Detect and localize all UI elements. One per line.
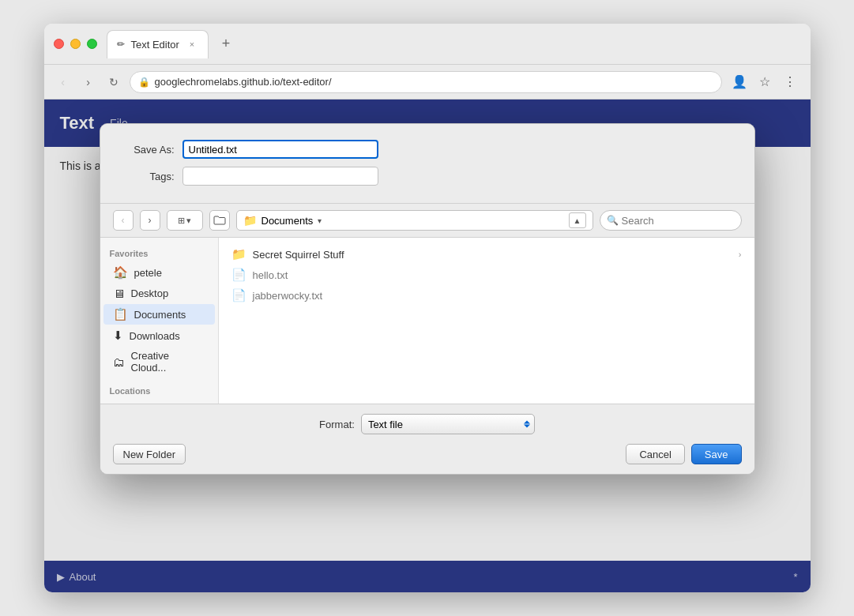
- address-bar: ‹ › ↻ 🔒 googlechromelabs.github.io/text-…: [44, 65, 811, 100]
- location-inner: 📁 Documents ▾: [243, 214, 322, 227]
- file-item-jabberwocky[interactable]: 📄 jabberwocky.txt: [219, 285, 754, 306]
- dialog-toolbar: ‹ › ⊞ ▾ 📁 Documents: [100, 204, 754, 238]
- lock-icon: 🔒: [138, 77, 150, 88]
- creative-cloud-icon: 🗂: [113, 355, 125, 369]
- sidebar-item-label-downloads: Downloads: [130, 330, 180, 342]
- active-tab[interactable]: ✏ Text Editor ×: [107, 30, 209, 58]
- file-name-hello: hello.txt: [253, 269, 288, 281]
- save-button[interactable]: Save: [691, 444, 742, 464]
- view-button[interactable]: ⊞ ▾: [167, 210, 203, 231]
- locations-label: Locations: [100, 383, 218, 399]
- tab-icon: ✏: [117, 39, 125, 50]
- format-label: Format:: [319, 419, 355, 430]
- files-area: 📁 Secret Squirrel Stuff › 📄 hello.txt 📄 …: [219, 238, 754, 404]
- save-as-field: Save As:: [119, 140, 735, 159]
- tags-input[interactable]: [182, 167, 378, 186]
- location-chevron-icon: ▾: [318, 216, 322, 225]
- view-chevron: ▾: [186, 216, 191, 226]
- file-item-hello[interactable]: 📄 hello.txt: [219, 265, 754, 285]
- tab-close-button[interactable]: ×: [186, 38, 198, 51]
- toolbar-back-button[interactable]: ‹: [113, 210, 134, 231]
- sidebar-item-label-petele: petele: [134, 267, 162, 279]
- search-field: 🔍: [600, 210, 742, 231]
- icloud-icon: ☁: [113, 403, 125, 404]
- page-content: Text File This is a n Save As: Tags:: [44, 100, 811, 592]
- file-name-secret-squirrel: Secret Squirrel Stuff: [253, 249, 344, 261]
- location-text: Documents: [261, 215, 314, 227]
- dialog-buttons: New Folder Cancel Save: [113, 444, 742, 464]
- toolbar-new-folder-button[interactable]: [209, 210, 230, 231]
- location-up-button[interactable]: ▲: [569, 212, 586, 228]
- home-icon: 🏠: [113, 265, 128, 280]
- sidebar-item-desktop[interactable]: 🖥 Desktop: [103, 284, 215, 303]
- sidebar-item-creative-cloud[interactable]: 🗂 Creative Cloud...: [103, 347, 215, 377]
- save-dialog: Save As: Tags: ‹ › ⊞ ▾: [100, 123, 755, 475]
- browser-window: ✏ Text Editor × + ‹ › ↻ 🔒 googlechromela…: [44, 24, 811, 592]
- format-select[interactable]: Text file HTML file Markdown: [361, 414, 535, 434]
- traffic-lights: [54, 39, 97, 49]
- new-tab-button[interactable]: +: [215, 33, 237, 55]
- url-bar[interactable]: 🔒 googlechromelabs.github.io/text-editor…: [130, 71, 722, 93]
- downloads-icon: ⬇: [113, 329, 123, 343]
- browser-actions: 👤 ☆ ⋮: [728, 71, 801, 93]
- minimize-window-button[interactable]: [70, 39, 81, 49]
- sidebar-item-documents[interactable]: 📋 Documents: [103, 304, 215, 325]
- cancel-button[interactable]: Cancel: [626, 444, 684, 464]
- dialog-sidebar: Favorites 🏠 petele 🖥 Desktop 📋 Documents: [100, 238, 219, 404]
- star-icon[interactable]: ☆: [754, 71, 776, 93]
- menu-icon[interactable]: ⋮: [779, 71, 801, 93]
- back-button[interactable]: ‹: [54, 73, 73, 92]
- view-icon: ⊞: [178, 216, 185, 226]
- folder-icon-secret: 📁: [231, 247, 246, 261]
- close-window-button[interactable]: [54, 39, 64, 49]
- account-icon[interactable]: 👤: [728, 71, 751, 93]
- title-bar: ✏ Text Editor × +: [44, 24, 811, 65]
- file-name-jabberwocky: jabberwocky.txt: [253, 290, 323, 302]
- forward-button[interactable]: ›: [79, 73, 98, 92]
- save-as-input[interactable]: [182, 140, 378, 159]
- txt-icon-jabberwocky: 📄: [231, 288, 246, 302]
- search-icon: 🔍: [607, 215, 619, 226]
- sidebar-item-label-desktop: Desktop: [131, 287, 169, 299]
- chevron-right-icon: ›: [739, 250, 742, 259]
- dialog-body: Favorites 🏠 petele 🖥 Desktop 📋 Documents: [100, 238, 754, 404]
- location-folder-icon: 📁: [243, 214, 257, 227]
- new-folder-button[interactable]: New Folder: [113, 444, 186, 464]
- dialog-overlay: Save As: Tags: ‹ › ⊞ ▾: [44, 100, 811, 592]
- tab-bar: ✏ Text Editor × +: [107, 30, 801, 58]
- location-bar[interactable]: 📁 Documents ▾ ▲: [236, 210, 593, 231]
- file-item-secret-squirrel[interactable]: 📁 Secret Squirrel Stuff ›: [219, 244, 754, 265]
- action-buttons: Cancel Save: [626, 444, 741, 464]
- tags-label: Tags:: [119, 171, 175, 182]
- dialog-header: Save As: Tags:: [100, 124, 754, 204]
- favorites-label: Favorites: [100, 246, 218, 261]
- sidebar-item-label-documents: Documents: [134, 309, 186, 321]
- sidebar-item-downloads[interactable]: ⬇ Downloads: [103, 325, 215, 346]
- search-input[interactable]: [622, 215, 735, 227]
- format-select-wrapper: Text file HTML file Markdown: [361, 414, 535, 434]
- dialog-footer: Format: Text file HTML file Markdown: [100, 404, 754, 474]
- txt-icon-hello: 📄: [231, 268, 246, 282]
- toolbar-forward-button[interactable]: ›: [140, 210, 160, 231]
- tags-field: Tags:: [119, 167, 735, 186]
- refresh-button[interactable]: ↻: [104, 73, 123, 92]
- maximize-window-button[interactable]: [87, 39, 97, 49]
- documents-icon: 📋: [113, 307, 128, 321]
- sidebar-item-petele[interactable]: 🏠 petele: [103, 262, 215, 283]
- desktop-icon: 🖥: [113, 287, 125, 300]
- format-row: Format: Text file HTML file Markdown: [113, 414, 742, 434]
- save-as-label: Save As:: [119, 144, 175, 156]
- url-text: googlechromelabs.github.io/text-editor/: [155, 76, 332, 88]
- sidebar-item-label-creative-cloud: Creative Cloud...: [131, 350, 205, 374]
- sidebar-item-icloud[interactable]: ☁ iCloud Drive: [103, 400, 215, 404]
- tab-title: Text Editor: [131, 39, 179, 51]
